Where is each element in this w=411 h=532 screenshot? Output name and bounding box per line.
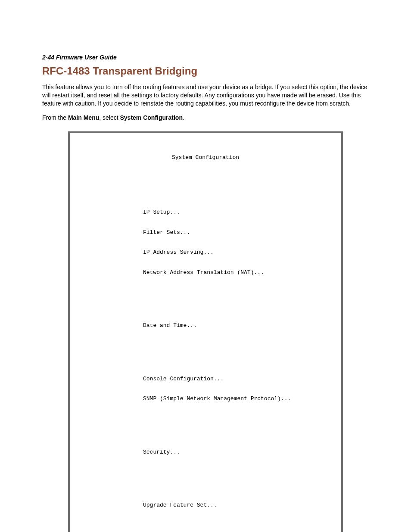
menu-date-time[interactable]: Date and Time... bbox=[143, 322, 337, 329]
terminal-title: System Configuration bbox=[74, 154, 337, 161]
menu-console-config[interactable]: Console Configuration... bbox=[143, 376, 337, 383]
nav-instruction: From the Main Menu, select System Config… bbox=[42, 114, 369, 122]
intro-paragraph: This feature allows you to turn off the … bbox=[42, 83, 369, 108]
menu-snmp[interactable]: SNMP (Simple Network Management Protocol… bbox=[143, 395, 337, 402]
page-header: 2-44 Firmware User Guide bbox=[42, 54, 369, 61]
menu-group-2: Date and Time... bbox=[143, 309, 337, 342]
page-title: RFC-1483 Transparent Bridging bbox=[42, 65, 369, 77]
menu-filter-sets[interactable]: Filter Sets... bbox=[143, 229, 337, 236]
menu-upgrade[interactable]: Upgrade Feature Set... bbox=[143, 502, 337, 509]
terminal-1-wrap: System Configuration IP Setup... Filter … bbox=[68, 131, 369, 532]
terminal-body: IP Setup... Filter Sets... IP Address Se… bbox=[143, 182, 337, 532]
nav-mid: , select bbox=[99, 114, 120, 121]
menu-group-1: IP Setup... Filter Sets... IP Address Se… bbox=[143, 196, 337, 289]
menu-group-5: Upgrade Feature Set... bbox=[143, 488, 337, 522]
page: 2-44 Firmware User Guide RFC-1483 Transp… bbox=[0, 0, 411, 532]
menu-group-4: Security... bbox=[143, 435, 337, 469]
menu-nat[interactable]: Network Address Translation (NAT)... bbox=[143, 269, 337, 276]
nav-sys-config: System Configuration bbox=[120, 114, 183, 121]
nav-prefix: From the bbox=[42, 114, 68, 121]
menu-security[interactable]: Security... bbox=[143, 449, 337, 456]
nav-suffix: . bbox=[183, 114, 184, 121]
menu-group-3: Console Configuration... SNMP (Simple Ne… bbox=[143, 362, 337, 416]
menu-ip-setup[interactable]: IP Setup... bbox=[143, 209, 337, 216]
nav-main-menu: Main Menu bbox=[68, 114, 99, 121]
menu-ip-address-serving[interactable]: IP Address Serving... bbox=[143, 249, 337, 256]
system-config-terminal: System Configuration IP Setup... Filter … bbox=[68, 131, 343, 532]
